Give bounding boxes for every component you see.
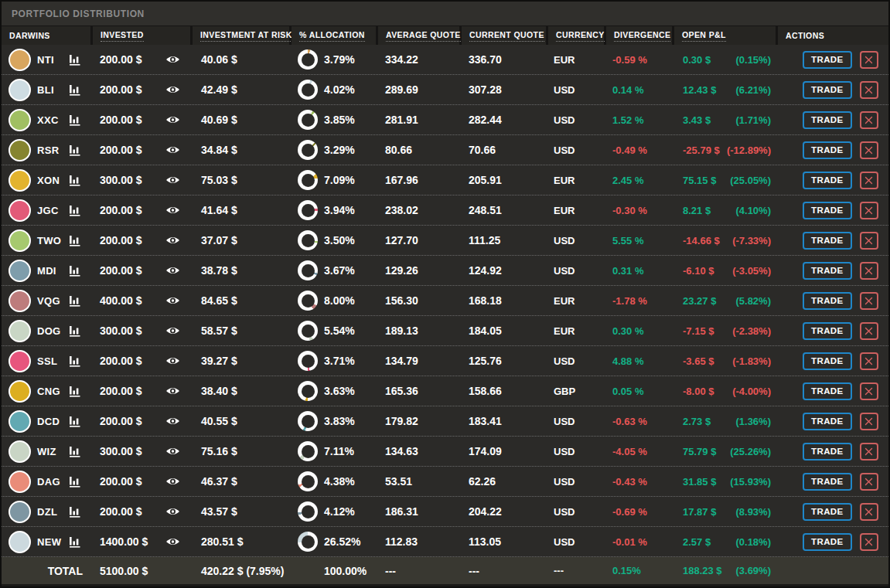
darwin-avatar[interactable] <box>9 49 31 71</box>
close-position-button[interactable] <box>860 232 878 250</box>
close-position-button[interactable] <box>860 533 878 551</box>
trade-button[interactable]: TRADE <box>803 81 852 99</box>
close-position-button[interactable] <box>860 172 878 189</box>
darwin-ticker[interactable]: TWO <box>37 235 61 246</box>
darwin-ticker[interactable]: CNG <box>37 386 60 397</box>
close-position-button[interactable] <box>860 292 878 310</box>
darwin-ticker[interactable]: NEW <box>37 536 61 548</box>
trade-button[interactable]: TRADE <box>803 51 852 69</box>
trade-button[interactable]: TRADE <box>803 141 852 159</box>
bar-chart-icon[interactable] <box>69 416 82 427</box>
bar-chart-icon[interactable] <box>69 536 82 548</box>
darwin-ticker[interactable]: BLI <box>37 84 54 96</box>
bar-chart-icon[interactable] <box>69 506 82 518</box>
trade-button[interactable]: TRADE <box>803 503 852 521</box>
close-position-button[interactable] <box>860 111 878 129</box>
header-label[interactable]: INVESTED <box>101 30 144 42</box>
header-label[interactable]: DIVERGENCE <box>614 30 670 42</box>
bar-chart-icon[interactable] <box>69 175 82 186</box>
trade-button[interactable]: TRADE <box>803 111 852 129</box>
darwin-avatar[interactable] <box>9 229 31 252</box>
trade-button[interactable]: TRADE <box>803 232 852 250</box>
darwin-ticker[interactable]: XON <box>37 175 60 186</box>
trade-button[interactable]: TRADE <box>803 292 852 310</box>
trade-button[interactable]: TRADE <box>803 533 852 551</box>
trade-button[interactable]: TRADE <box>803 382 852 400</box>
trade-button[interactable]: TRADE <box>803 322 852 340</box>
bar-chart-icon[interactable] <box>69 205 82 216</box>
darwin-ticker[interactable]: DCD <box>37 416 60 427</box>
darwin-ticker[interactable]: WIZ <box>37 446 56 457</box>
darwin-avatar[interactable] <box>9 501 31 523</box>
darwin-ticker[interactable]: NTI <box>37 54 54 66</box>
bar-chart-icon[interactable] <box>69 114 82 126</box>
eye-icon[interactable] <box>165 447 180 456</box>
darwin-avatar[interactable] <box>9 169 31 192</box>
close-position-button[interactable] <box>860 413 878 430</box>
bar-chart-icon[interactable] <box>69 54 82 66</box>
darwin-avatar[interactable] <box>9 260 31 282</box>
darwin-avatar[interactable] <box>9 410 31 433</box>
trade-button[interactable]: TRADE <box>803 262 852 280</box>
eye-icon[interactable] <box>165 145 180 155</box>
eye-icon[interactable] <box>165 386 180 396</box>
trade-button[interactable]: TRADE <box>803 413 852 430</box>
header-label[interactable]: INVESTMENT AT RISK <box>200 30 292 42</box>
bar-chart-icon[interactable] <box>69 355 82 367</box>
darwin-avatar[interactable] <box>9 199 31 222</box>
bar-chart-icon[interactable] <box>69 235 82 246</box>
darwin-avatar[interactable] <box>9 139 31 161</box>
darwin-avatar[interactable] <box>9 531 31 553</box>
header-label[interactable]: OPEN P&L <box>682 30 726 42</box>
eye-icon[interactable] <box>165 175 180 185</box>
bar-chart-icon[interactable] <box>69 84 82 96</box>
darwin-avatar[interactable] <box>9 79 31 101</box>
eye-icon[interactable] <box>165 537 180 546</box>
trade-button[interactable]: TRADE <box>803 352 852 370</box>
eye-icon[interactable] <box>165 206 180 215</box>
header-label[interactable]: AVERAGE QUOTE <box>386 30 461 42</box>
eye-icon[interactable] <box>165 477 180 486</box>
eye-icon[interactable] <box>165 85 180 94</box>
darwin-ticker[interactable]: DOG <box>37 325 61 337</box>
eye-icon[interactable] <box>165 356 180 365</box>
darwin-ticker[interactable]: JGC <box>37 205 59 216</box>
eye-icon[interactable] <box>165 507 180 516</box>
eye-icon[interactable] <box>165 115 180 124</box>
bar-chart-icon[interactable] <box>69 144 82 156</box>
close-position-button[interactable] <box>860 202 878 219</box>
darwin-avatar[interactable] <box>9 109 31 131</box>
darwin-ticker[interactable]: DAG <box>37 476 60 488</box>
bar-chart-icon[interactable] <box>69 476 82 488</box>
bar-chart-icon[interactable] <box>69 265 82 277</box>
close-position-button[interactable] <box>860 322 878 340</box>
close-position-button[interactable] <box>860 81 878 99</box>
darwin-avatar[interactable] <box>9 350 31 372</box>
close-position-button[interactable] <box>860 51 878 69</box>
darwin-ticker[interactable]: DZL <box>37 506 57 518</box>
header-label[interactable]: CURRENT QUOTE <box>469 30 544 42</box>
trade-button[interactable]: TRADE <box>803 172 852 189</box>
eye-icon[interactable] <box>165 416 180 426</box>
close-position-button[interactable] <box>860 262 878 280</box>
darwin-ticker[interactable]: RSR <box>37 144 59 156</box>
darwin-ticker[interactable]: SSL <box>37 355 57 367</box>
darwin-ticker[interactable]: MDI <box>37 265 56 277</box>
eye-icon[interactable] <box>165 296 180 305</box>
eye-icon[interactable] <box>165 236 180 245</box>
darwin-avatar[interactable] <box>9 380 31 403</box>
close-position-button[interactable] <box>860 473 878 491</box>
close-position-button[interactable] <box>860 352 878 370</box>
darwin-ticker[interactable]: VQG <box>37 295 60 307</box>
close-position-button[interactable] <box>860 141 878 159</box>
close-position-button[interactable] <box>860 443 878 461</box>
close-position-button[interactable] <box>860 503 878 521</box>
eye-icon[interactable] <box>165 326 180 335</box>
darwin-ticker[interactable]: XXC <box>37 114 59 126</box>
darwin-avatar[interactable] <box>9 440 31 463</box>
header-label[interactable]: CURRENCY <box>556 30 605 42</box>
eye-icon[interactable] <box>165 266 180 275</box>
bar-chart-icon[interactable] <box>69 325 82 337</box>
darwin-avatar[interactable] <box>9 471 31 493</box>
trade-button[interactable]: TRADE <box>803 443 852 461</box>
